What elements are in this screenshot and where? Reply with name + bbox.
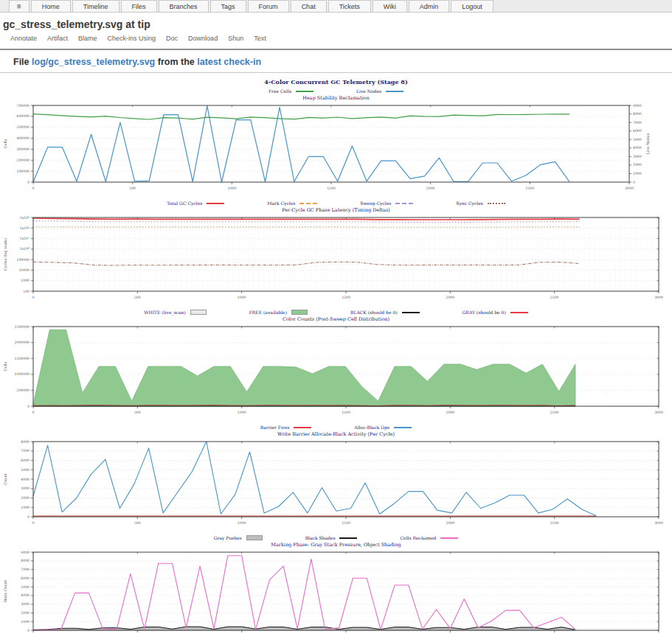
nav-item-home[interactable]: Home	[31, 0, 71, 12]
svg-text:500: 500	[134, 411, 141, 414]
svg-text:1500: 1500	[327, 187, 336, 190]
svg-text:4000: 4000	[21, 593, 30, 597]
svg-text:700000: 700000	[16, 104, 30, 108]
svg-text:1500: 1500	[342, 411, 350, 414]
svg-text:0: 0	[27, 629, 30, 633]
nav-item-timeline[interactable]: Timeline	[72, 0, 119, 12]
svg-text:1x10⁶: 1x10⁶	[20, 247, 30, 251]
nav-item-logout[interactable]: Logout	[451, 0, 493, 12]
legend-item: Sync Cycles	[456, 201, 505, 206]
svg-text:5000: 5000	[633, 138, 642, 142]
legend-item: GRAY (should be 0)	[463, 310, 528, 315]
chart-legend: Gray PushesBlack ShadesCells Reclaimed	[0, 534, 672, 542]
submenu-shun[interactable]: Shun	[228, 35, 243, 42]
legend-label: Total GC Cycles	[167, 201, 202, 206]
submenu-artifact[interactable]: Artifact	[47, 35, 68, 42]
svg-text:100000: 100000	[16, 258, 30, 262]
svg-text:6000: 6000	[21, 459, 30, 462]
nav-item-tags[interactable]: Tags	[210, 0, 246, 12]
write-barrier-canvas: 0100020003000400050006000700080000500100…	[0, 439, 672, 527]
chart-heap-stability: Free CellsLive Nodes Heap Stability Recl…	[0, 87, 672, 192]
chart-legend: WHITE (live_scan)FREE (available)BLACK (…	[0, 308, 672, 316]
svg-text:2000: 2000	[446, 521, 454, 525]
chart-subtitle: Per-Cycle GC Phase Latency (Timing Delta…	[0, 207, 672, 215]
legend-label: Barrier Fires	[260, 425, 290, 430]
nav-item-files[interactable]: Files	[121, 0, 157, 12]
legend-item: WHITE (live_scan)	[144, 310, 206, 315]
svg-text:1000: 1000	[227, 187, 236, 190]
legend-swatch-line	[339, 537, 357, 539]
navbar: ≡ Home Timeline Files Branches Tags Foru…	[0, 0, 672, 13]
svg-text:2000: 2000	[21, 496, 30, 500]
submenu-text[interactable]: Text	[254, 35, 266, 42]
nav-item-chat[interactable]: Chat	[291, 0, 327, 12]
legend-label: Gray Pushes	[214, 535, 242, 540]
svg-text:500000: 500000	[16, 389, 30, 392]
file-path-link[interactable]: log/gc_stress_telemetry.svg	[32, 57, 155, 67]
heap-stability-canvas: 0100000200000300000400000500000600000700…	[0, 102, 672, 192]
submenu-checkins-using[interactable]: Check-ins Using	[108, 35, 156, 42]
legend-item: FREE (available)	[249, 310, 308, 315]
nav-item-forum[interactable]: Forum	[248, 0, 289, 12]
svg-text:1000: 1000	[21, 620, 30, 624]
legend-swatch-box	[291, 310, 308, 315]
svg-text:3000: 3000	[625, 187, 634, 190]
legend-swatch-box	[190, 310, 207, 315]
svg-text:2000: 2000	[446, 296, 454, 299]
submenu-annotate[interactable]: Annotate	[10, 35, 37, 42]
legend-swatch-dashed	[395, 203, 413, 204]
chart-write-barrier: Barrier FiresAlloc-Black Ops Write Barri…	[0, 423, 672, 527]
right-y-axis-label: Live Nodes	[645, 133, 650, 154]
svg-text:3000: 3000	[21, 602, 30, 606]
latest-checkin-link[interactable]: latest check-in	[197, 57, 261, 67]
legend-item: Sweep Cycles	[360, 201, 413, 206]
legend-label: Alloc-Black Ops	[354, 425, 389, 430]
svg-text:1000: 1000	[21, 506, 30, 509]
chart-phase-latency: Total GC CyclesMark CyclesSweep CyclesSy…	[0, 199, 672, 302]
legend-item: Mark Cycles	[267, 201, 317, 206]
svg-text:2500: 2500	[525, 187, 534, 190]
svg-text:3000: 3000	[654, 296, 663, 299]
legend-swatch-line	[294, 427, 311, 428]
legend-swatch-line	[510, 312, 528, 313]
svg-text:3000: 3000	[654, 411, 663, 414]
y-axis-label: Count	[3, 473, 7, 484]
svg-text:8000: 8000	[633, 112, 642, 116]
svg-text:3000: 3000	[633, 155, 642, 158]
svg-text:200000: 200000	[16, 158, 30, 162]
chart-subtitle: Marking Phase: Gray Stack Pressure, Obje…	[0, 542, 672, 549]
legend-label: WHITE (live_scan)	[144, 310, 185, 315]
hamburger-menu-icon[interactable]: ≡	[9, 0, 30, 12]
figure-title: 4-Color Concurrent GC Telemetry (Stage 8…	[0, 74, 672, 86]
submenu-doc[interactable]: Doc	[166, 35, 178, 42]
svg-text:300000: 300000	[16, 147, 30, 151]
nav-item-admin[interactable]: Admin	[409, 0, 450, 12]
svg-text:0: 0	[32, 187, 35, 190]
phase-latency-canvas: 1001000100001000001x10⁶1x10⁷1x10⁸1x10⁹05…	[0, 215, 672, 302]
submenu-download[interactable]: Download	[188, 35, 218, 42]
chart-subtitle: Write Barrier Allocate-Black Activity (P…	[0, 431, 672, 439]
file-heading-prefix: File	[13, 57, 30, 67]
legend-swatch-line	[394, 427, 412, 428]
nav-item-branches[interactable]: Branches	[159, 0, 209, 12]
svg-text:1500: 1500	[342, 296, 350, 299]
legend-label: Free Cells	[269, 88, 291, 94]
marking-phase-canvas: 0100020003000400050006000700080009000050…	[0, 549, 672, 634]
svg-text:1500000: 1500000	[15, 357, 30, 360]
page-title: gc_stress_telemetry.svg at tip	[3, 18, 669, 30]
svg-text:1000000: 1000000	[15, 372, 30, 376]
nav-item-tickets[interactable]: Tickets	[328, 0, 371, 12]
submenu-blame[interactable]: Blame	[78, 35, 97, 42]
legend-swatch-line	[207, 203, 224, 204]
nav-item-wiki[interactable]: Wiki	[373, 0, 407, 12]
svg-text:7000: 7000	[21, 568, 30, 571]
svg-text:1000: 1000	[238, 411, 246, 414]
legend-item: Total GC Cycles	[167, 201, 224, 206]
svg-text:0: 0	[27, 515, 30, 519]
svg-text:600000: 600000	[16, 114, 30, 118]
svg-text:8000: 8000	[21, 440, 30, 444]
svg-text:100000: 100000	[16, 170, 30, 173]
svg-text:7000: 7000	[633, 121, 642, 125]
svg-text:500: 500	[134, 521, 141, 525]
legend-label: Black Shades	[305, 535, 336, 540]
